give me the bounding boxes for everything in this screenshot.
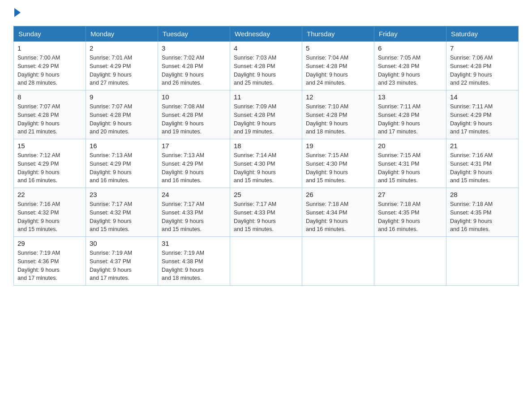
day-info: Sunrise: 7:19 AM Sunset: 4:36 PM Dayligh… bbox=[17, 249, 82, 283]
calendar-week-row: 29 Sunrise: 7:19 AM Sunset: 4:36 PM Dayl… bbox=[14, 237, 519, 286]
calendar-header-wednesday: Wednesday bbox=[230, 26, 302, 42]
day-info: Sunrise: 7:17 AM Sunset: 4:33 PM Dayligh… bbox=[162, 200, 226, 234]
calendar-cell: 1 Sunrise: 7:00 AM Sunset: 4:29 PM Dayli… bbox=[14, 42, 86, 90]
calendar-header-saturday: Saturday bbox=[446, 26, 519, 42]
calendar-week-row: 15 Sunrise: 7:12 AM Sunset: 4:29 PM Dayl… bbox=[14, 139, 519, 188]
calendar-cell: 15 Sunrise: 7:12 AM Sunset: 4:29 PM Dayl… bbox=[14, 139, 86, 188]
day-number: 29 bbox=[17, 240, 82, 247]
calendar-cell: 21 Sunrise: 7:16 AM Sunset: 4:31 PM Dayl… bbox=[446, 139, 519, 188]
day-info: Sunrise: 7:00 AM Sunset: 4:29 PM Dayligh… bbox=[17, 54, 82, 87]
day-info: Sunrise: 7:17 AM Sunset: 4:32 PM Dayligh… bbox=[90, 200, 154, 234]
day-number: 5 bbox=[306, 44, 370, 52]
day-number: 10 bbox=[162, 93, 226, 101]
day-info: Sunrise: 7:15 AM Sunset: 4:30 PM Dayligh… bbox=[306, 151, 370, 185]
page-header bbox=[13, 9, 519, 18]
calendar-cell: 18 Sunrise: 7:14 AM Sunset: 4:30 PM Dayl… bbox=[230, 139, 302, 188]
day-info: Sunrise: 7:02 AM Sunset: 4:28 PM Dayligh… bbox=[162, 54, 226, 87]
day-info: Sunrise: 7:06 AM Sunset: 4:28 PM Dayligh… bbox=[450, 54, 515, 87]
day-number: 13 bbox=[378, 93, 442, 101]
calendar-cell: 2 Sunrise: 7:01 AM Sunset: 4:29 PM Dayli… bbox=[86, 42, 158, 90]
day-number: 12 bbox=[306, 93, 370, 101]
day-number: 21 bbox=[450, 142, 515, 150]
calendar-cell: 16 Sunrise: 7:13 AM Sunset: 4:29 PM Dayl… bbox=[86, 139, 158, 188]
day-number: 6 bbox=[378, 44, 442, 52]
calendar-cell: 19 Sunrise: 7:15 AM Sunset: 4:30 PM Dayl… bbox=[302, 139, 374, 188]
calendar-cell: 23 Sunrise: 7:17 AM Sunset: 4:32 PM Dayl… bbox=[86, 188, 158, 237]
day-number: 11 bbox=[234, 93, 298, 101]
day-number: 15 bbox=[17, 142, 82, 150]
calendar-cell bbox=[446, 237, 519, 286]
day-number: 23 bbox=[90, 191, 154, 198]
day-number: 24 bbox=[162, 191, 226, 198]
day-info: Sunrise: 7:10 AM Sunset: 4:28 PM Dayligh… bbox=[306, 103, 370, 136]
calendar-cell: 12 Sunrise: 7:10 AM Sunset: 4:28 PM Dayl… bbox=[302, 90, 374, 139]
day-number: 3 bbox=[162, 44, 226, 52]
calendar-cell: 20 Sunrise: 7:15 AM Sunset: 4:31 PM Dayl… bbox=[374, 139, 446, 188]
day-info: Sunrise: 7:15 AM Sunset: 4:31 PM Dayligh… bbox=[378, 151, 442, 185]
calendar-cell: 10 Sunrise: 7:08 AM Sunset: 4:28 PM Dayl… bbox=[158, 90, 230, 139]
calendar-cell: 28 Sunrise: 7:18 AM Sunset: 4:35 PM Dayl… bbox=[446, 188, 519, 237]
calendar-header-row: SundayMondayTuesdayWednesdayThursdayFrid… bbox=[14, 26, 519, 42]
calendar-cell: 4 Sunrise: 7:03 AM Sunset: 4:28 PM Dayli… bbox=[230, 42, 302, 90]
calendar-cell: 5 Sunrise: 7:04 AM Sunset: 4:28 PM Dayli… bbox=[302, 42, 374, 90]
calendar-cell: 6 Sunrise: 7:05 AM Sunset: 4:28 PM Dayli… bbox=[374, 42, 446, 90]
day-number: 22 bbox=[17, 191, 82, 198]
calendar-cell bbox=[230, 237, 302, 286]
day-info: Sunrise: 7:16 AM Sunset: 4:31 PM Dayligh… bbox=[450, 151, 515, 185]
calendar-cell: 13 Sunrise: 7:11 AM Sunset: 4:28 PM Dayl… bbox=[374, 90, 446, 139]
day-info: Sunrise: 7:09 AM Sunset: 4:28 PM Dayligh… bbox=[234, 103, 298, 136]
calendar-week-row: 1 Sunrise: 7:00 AM Sunset: 4:29 PM Dayli… bbox=[14, 42, 519, 90]
day-number: 30 bbox=[90, 240, 154, 247]
day-number: 20 bbox=[378, 142, 442, 150]
day-info: Sunrise: 7:17 AM Sunset: 4:33 PM Dayligh… bbox=[234, 200, 298, 234]
day-number: 7 bbox=[450, 44, 515, 52]
calendar-header-monday: Monday bbox=[86, 26, 158, 42]
day-number: 17 bbox=[162, 142, 226, 150]
day-info: Sunrise: 7:04 AM Sunset: 4:28 PM Dayligh… bbox=[306, 54, 370, 87]
day-number: 2 bbox=[90, 44, 154, 52]
calendar-cell: 31 Sunrise: 7:19 AM Sunset: 4:38 PM Dayl… bbox=[158, 237, 230, 286]
day-info: Sunrise: 7:08 AM Sunset: 4:28 PM Dayligh… bbox=[162, 103, 226, 136]
day-number: 27 bbox=[378, 191, 442, 198]
day-info: Sunrise: 7:19 AM Sunset: 4:38 PM Dayligh… bbox=[162, 249, 226, 283]
day-number: 1 bbox=[17, 44, 82, 52]
calendar-table: SundayMondayTuesdayWednesdayThursdayFrid… bbox=[13, 26, 519, 286]
calendar-cell: 26 Sunrise: 7:18 AM Sunset: 4:34 PM Dayl… bbox=[302, 188, 374, 237]
calendar-cell: 29 Sunrise: 7:19 AM Sunset: 4:36 PM Dayl… bbox=[14, 237, 86, 286]
calendar-header-friday: Friday bbox=[374, 26, 446, 42]
day-info: Sunrise: 7:18 AM Sunset: 4:34 PM Dayligh… bbox=[306, 200, 370, 234]
day-info: Sunrise: 7:18 AM Sunset: 4:35 PM Dayligh… bbox=[378, 200, 442, 234]
calendar-cell: 30 Sunrise: 7:19 AM Sunset: 4:37 PM Dayl… bbox=[86, 237, 158, 286]
calendar-cell: 25 Sunrise: 7:17 AM Sunset: 4:33 PM Dayl… bbox=[230, 188, 302, 237]
day-number: 4 bbox=[234, 44, 298, 52]
calendar-cell: 11 Sunrise: 7:09 AM Sunset: 4:28 PM Dayl… bbox=[230, 90, 302, 139]
calendar-cell bbox=[302, 237, 374, 286]
logo-arrow-icon bbox=[14, 8, 21, 17]
day-info: Sunrise: 7:16 AM Sunset: 4:32 PM Dayligh… bbox=[17, 200, 82, 234]
day-info: Sunrise: 7:07 AM Sunset: 4:28 PM Dayligh… bbox=[17, 103, 82, 136]
calendar-week-row: 8 Sunrise: 7:07 AM Sunset: 4:28 PM Dayli… bbox=[14, 90, 519, 139]
calendar-cell: 14 Sunrise: 7:11 AM Sunset: 4:29 PM Dayl… bbox=[446, 90, 519, 139]
day-info: Sunrise: 7:14 AM Sunset: 4:30 PM Dayligh… bbox=[234, 151, 298, 185]
day-number: 16 bbox=[90, 142, 154, 150]
calendar-header-thursday: Thursday bbox=[302, 26, 374, 42]
day-info: Sunrise: 7:18 AM Sunset: 4:35 PM Dayligh… bbox=[450, 200, 515, 234]
day-number: 8 bbox=[17, 93, 82, 101]
calendar-cell: 7 Sunrise: 7:06 AM Sunset: 4:28 PM Dayli… bbox=[446, 42, 519, 90]
day-number: 28 bbox=[450, 191, 515, 198]
calendar-week-row: 22 Sunrise: 7:16 AM Sunset: 4:32 PM Dayl… bbox=[14, 188, 519, 237]
day-info: Sunrise: 7:07 AM Sunset: 4:28 PM Dayligh… bbox=[90, 103, 154, 136]
day-info: Sunrise: 7:05 AM Sunset: 4:28 PM Dayligh… bbox=[378, 54, 442, 87]
calendar-cell: 3 Sunrise: 7:02 AM Sunset: 4:28 PM Dayli… bbox=[158, 42, 230, 90]
calendar-cell: 24 Sunrise: 7:17 AM Sunset: 4:33 PM Dayl… bbox=[158, 188, 230, 237]
day-number: 25 bbox=[234, 191, 298, 198]
calendar-header-tuesday: Tuesday bbox=[158, 26, 230, 42]
calendar-cell: 17 Sunrise: 7:13 AM Sunset: 4:29 PM Dayl… bbox=[158, 139, 230, 188]
day-info: Sunrise: 7:11 AM Sunset: 4:29 PM Dayligh… bbox=[450, 103, 515, 136]
day-number: 19 bbox=[306, 142, 370, 150]
day-info: Sunrise: 7:13 AM Sunset: 4:29 PM Dayligh… bbox=[90, 151, 154, 185]
day-number: 14 bbox=[450, 93, 515, 101]
day-info: Sunrise: 7:03 AM Sunset: 4:28 PM Dayligh… bbox=[234, 54, 298, 87]
day-info: Sunrise: 7:01 AM Sunset: 4:29 PM Dayligh… bbox=[90, 54, 154, 87]
day-number: 18 bbox=[234, 142, 298, 150]
